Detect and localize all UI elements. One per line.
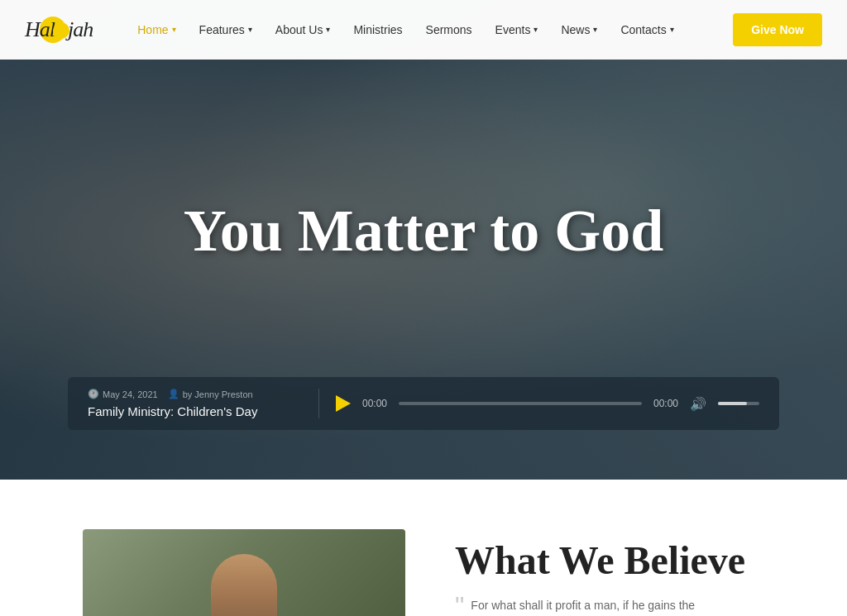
nav-label-news: News: [561, 0, 590, 60]
audio-meta: 🕐 May 24, 2021 👤 by Jenny Preston: [88, 389, 302, 399]
audio-player: 🕐 May 24, 2021 👤 by Jenny Preston Family…: [68, 377, 779, 430]
chevron-down-icon: ▾: [534, 0, 538, 60]
believe-image-person: [211, 554, 277, 616]
chevron-down-icon: ▾: [670, 0, 674, 60]
give-now-button[interactable]: Give Now: [733, 13, 822, 46]
nav-item-about[interactable]: About Us ▾: [264, 0, 342, 60]
believe-text: What We Believe " For what shall it prof…: [455, 529, 764, 616]
volume-icon[interactable]: 🔊: [690, 396, 706, 412]
chevron-down-icon: ▾: [172, 0, 176, 60]
nav-item-news[interactable]: News ▾: [549, 0, 609, 60]
believe-image: [83, 529, 405, 616]
audio-title: Family Ministry: Children's Day: [88, 404, 302, 418]
believe-quote-text: For what shall it profit a man, if he ga…: [471, 596, 695, 616]
nav-item-home[interactable]: Home ▾: [126, 0, 187, 60]
nav-label-home: Home: [137, 0, 168, 60]
chevron-down-icon: ▾: [248, 0, 252, 60]
audio-author-item: 👤 by Jenny Preston: [168, 389, 253, 399]
volume-bar[interactable]: [718, 402, 759, 405]
believe-section: What We Believe " For what shall it prof…: [0, 480, 847, 616]
navbar: Haljah Home ▾ Features ▾ About Us ▾ Mini…: [0, 0, 847, 60]
play-button[interactable]: [336, 395, 351, 412]
nav-label-features: Features: [199, 0, 245, 60]
audio-date-item: 🕐 May 24, 2021: [88, 389, 158, 399]
chevron-down-icon: ▾: [326, 0, 330, 60]
nav-menu: Home ▾ Features ▾ About Us ▾ Ministries …: [126, 0, 822, 60]
nav-item-events[interactable]: Events ▾: [484, 0, 550, 60]
nav-item-ministries[interactable]: Ministries: [342, 0, 414, 60]
user-icon: 👤: [168, 389, 179, 399]
hero-section: You Matter to God 🕐 May 24, 2021 👤 by Je…: [0, 0, 847, 480]
current-time: 00:00: [362, 398, 387, 409]
clock-icon: 🕐: [88, 389, 99, 399]
audio-controls: 00:00 00:00 🔊: [336, 395, 759, 412]
nav-label-sermons: Sermons: [426, 0, 472, 60]
volume-fill: [718, 402, 747, 405]
nav-label-events: Events: [495, 0, 531, 60]
nav-item-sermons[interactable]: Sermons: [414, 0, 484, 60]
site-logo[interactable]: Haljah: [25, 17, 93, 42]
nav-label-about: About Us: [275, 0, 323, 60]
nav-label-ministries: Ministries: [353, 0, 402, 60]
nav-item-features[interactable]: Features ▾: [188, 0, 264, 60]
audio-date: May 24, 2021: [103, 389, 158, 399]
quote-mark-icon: ": [455, 593, 464, 616]
audio-author: by Jenny Preston: [183, 389, 253, 399]
logo-text: Haljah: [25, 17, 93, 42]
audio-info: 🕐 May 24, 2021 👤 by Jenny Preston Family…: [88, 389, 319, 418]
believe-title: What We Believe: [455, 537, 764, 583]
total-time: 00:00: [653, 398, 678, 409]
hero-title: You Matter to God: [184, 198, 664, 264]
believe-quote: " For what shall it profit a man, if he …: [455, 596, 764, 616]
nav-label-contacts: Contacts: [620, 0, 666, 60]
progress-bar[interactable]: [399, 402, 642, 405]
chevron-down-icon: ▾: [593, 0, 597, 60]
nav-item-contacts[interactable]: Contacts ▾: [609, 0, 685, 60]
